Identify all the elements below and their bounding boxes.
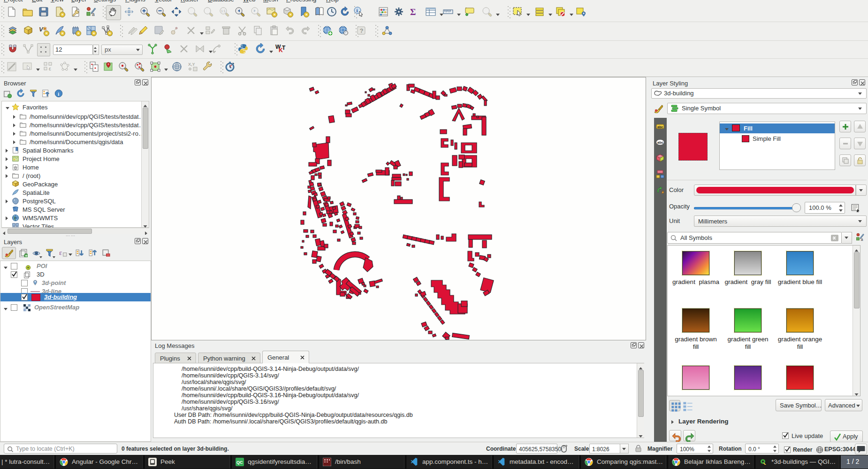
- svg-text:a: a: [92, 12, 95, 17]
- svg-text:abc: abc: [657, 125, 663, 129]
- svg-text:a: a: [861, 237, 863, 242]
- svg-text:1:1: 1:1: [221, 9, 226, 13]
- svg-text:ε: ε: [59, 249, 62, 256]
- svg-text:?: ?: [360, 27, 364, 34]
- svg-text:abc: abc: [657, 140, 663, 145]
- svg-text:i: i: [58, 91, 59, 97]
- svg-text:Σ: Σ: [410, 7, 416, 17]
- svg-text:X,Y: X,Y: [188, 62, 195, 67]
- svg-text:QC: QC: [236, 460, 243, 465]
- svg-text:ε: ε: [49, 66, 51, 71]
- svg-text:T: T: [282, 45, 286, 51]
- svg-text:i: i: [357, 8, 358, 13]
